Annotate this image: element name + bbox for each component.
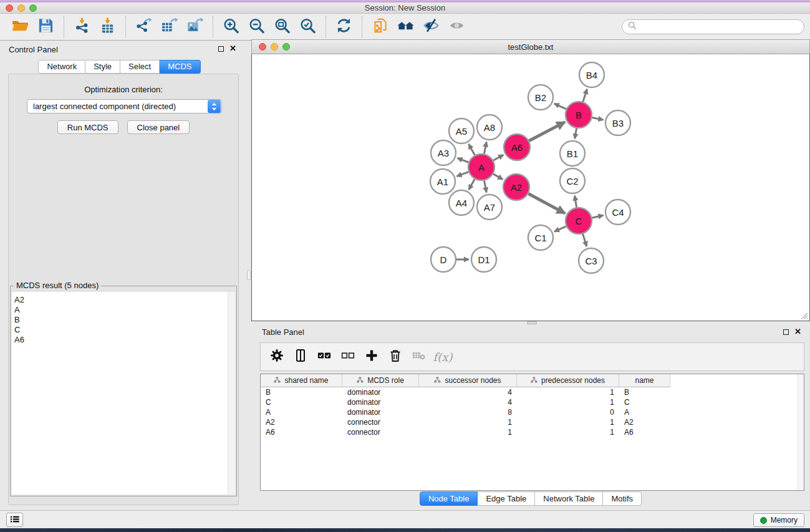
graph-node-C4[interactable]: C4	[605, 200, 630, 225]
optimization-criterion-select[interactable]: largest connected component (directed)	[27, 99, 222, 114]
graph-node-A6[interactable]: A6	[504, 134, 530, 160]
select-all-button[interactable]	[312, 345, 336, 369]
graph-node-C1[interactable]: C1	[528, 225, 553, 250]
zoom-window-button[interactable]	[29, 4, 37, 12]
graph-node-D[interactable]: D	[431, 247, 456, 272]
graph-node-C[interactable]: C	[566, 208, 592, 234]
export-network-button[interactable]	[131, 16, 157, 38]
network-close-button[interactable]	[259, 43, 266, 51]
network-window-titlebar[interactable]: testGlobe.txt	[251, 39, 810, 54]
search-input[interactable]	[640, 22, 798, 32]
mcds-list-scrollbar[interactable]	[228, 292, 235, 495]
graph-edge-A2-C[interactable]	[528, 193, 565, 213]
tab-style[interactable]: Style	[85, 60, 120, 74]
home-button[interactable]	[393, 16, 418, 38]
table-row[interactable]: Cdominator41C	[261, 397, 804, 407]
graph-edge-A-A1[interactable]	[457, 172, 469, 177]
unselect-all-button[interactable]	[336, 345, 360, 369]
graph-edge-A-A4[interactable]	[469, 179, 475, 190]
close-window-button[interactable]	[6, 4, 13, 12]
graph-edge-A6-B[interactable]	[529, 122, 564, 141]
export-table-button[interactable]	[157, 16, 182, 38]
run-mcds-button[interactable]: Run MCDS	[57, 120, 118, 134]
zoom-out-button[interactable]	[244, 16, 269, 38]
zoom-fit-button[interactable]	[269, 16, 295, 38]
graph-node-B[interactable]: B	[566, 102, 592, 128]
delete-row-button[interactable]	[383, 345, 407, 369]
network-zoom-button[interactable]	[282, 43, 290, 51]
memory-button[interactable]: Memory	[753, 513, 804, 527]
resize-grip-icon[interactable]	[801, 312, 808, 319]
open-recent-button[interactable]	[367, 16, 393, 38]
show-panels-button[interactable]	[6, 513, 23, 527]
tab-network[interactable]: Network	[38, 60, 85, 74]
graph-edge-A-A7[interactable]	[484, 181, 486, 193]
show-eye-button[interactable]	[444, 16, 470, 38]
export-image-button[interactable]	[182, 16, 208, 38]
open-folder-button[interactable]	[7, 16, 33, 38]
graph-node-A[interactable]: A	[468, 154, 494, 180]
zoom-selected-button[interactable]	[295, 16, 321, 38]
graph-edge-A-A2[interactable]	[493, 174, 503, 180]
import-table-button[interactable]	[95, 16, 120, 38]
table-row[interactable]: Adominator80A	[261, 407, 804, 417]
graph-node-B4[interactable]: B4	[579, 62, 604, 87]
graph-edge-C-C1[interactable]	[554, 226, 566, 231]
graph-edge-A-A8[interactable]	[484, 142, 486, 154]
graph-node-C3[interactable]: C3	[579, 248, 604, 273]
tab-motifs[interactable]: Motifs	[603, 491, 642, 506]
network-minimize-button[interactable]	[271, 43, 278, 51]
show-columns-button[interactable]	[289, 345, 312, 369]
column-header-shared-name[interactable]: shared name	[261, 374, 342, 387]
tab-network-table[interactable]: Network Table	[535, 491, 603, 506]
graph-node-B2[interactable]: B2	[528, 85, 553, 110]
graph-node-A2[interactable]: A2	[503, 174, 529, 200]
close-panel-icon[interactable]: ✕	[794, 329, 801, 335]
graph-edge-A-A5[interactable]	[469, 144, 475, 155]
graph-edge-C-C4[interactable]	[592, 215, 603, 218]
graph-node-D1[interactable]: D1	[471, 247, 496, 272]
graph-node-B1[interactable]: B1	[560, 141, 585, 166]
graph-edge-B-B2[interactable]	[554, 104, 566, 109]
table-scrollbar[interactable]	[798, 374, 804, 490]
graph-node-A4[interactable]: A4	[449, 190, 474, 215]
table-row[interactable]: Bdominator41B	[261, 387, 804, 397]
close-panel-button[interactable]: Close panel	[127, 120, 190, 134]
tab-node-table[interactable]: Node Table	[420, 491, 478, 506]
refresh-button[interactable]	[331, 16, 357, 38]
graph-node-A7[interactable]: A7	[477, 195, 502, 220]
graph-node-A1[interactable]: A1	[430, 169, 455, 194]
graph-node-A3[interactable]: A3	[431, 140, 456, 165]
tab-select[interactable]: Select	[120, 60, 160, 74]
mcds-result-item[interactable]: B	[12, 315, 235, 325]
splitter-handle[interactable]	[247, 270, 251, 280]
close-panel-icon[interactable]: ✕	[229, 46, 236, 52]
mcds-result-item[interactable]: C	[12, 325, 235, 335]
graph-edge-B-B1[interactable]	[575, 128, 577, 139]
tab-edge-table[interactable]: Edge Table	[478, 491, 535, 506]
zoom-in-button[interactable]	[218, 16, 244, 38]
column-header-predecessor-nodes[interactable]: predecessor nodes	[517, 374, 619, 387]
tab-mcds[interactable]: MCDS	[160, 60, 200, 74]
graph-edge-A-A6[interactable]	[493, 155, 503, 160]
graph-edge-C-C3[interactable]	[583, 234, 587, 246]
graph-node-A5[interactable]: A5	[449, 118, 474, 143]
graph-node-A8[interactable]: A8	[477, 115, 502, 140]
graph-node-B3[interactable]: B3	[605, 110, 630, 135]
mcds-result-item[interactable]: A2	[12, 295, 235, 305]
mcds-result-item[interactable]: A6	[12, 335, 235, 345]
column-header-name[interactable]: name	[619, 374, 670, 387]
hide-selected-button[interactable]	[418, 16, 444, 38]
table-row[interactable]: A2connector11A2	[261, 417, 804, 427]
float-panel-icon[interactable]	[783, 329, 789, 335]
minimize-window-button[interactable]	[17, 4, 25, 12]
float-panel-icon[interactable]	[218, 46, 224, 52]
mcds-result-item[interactable]: A	[12, 305, 235, 315]
table-row[interactable]: A6connector11A6	[261, 427, 804, 437]
graph-node-C2[interactable]: C2	[560, 168, 585, 193]
graph-edge-C-C2[interactable]	[575, 196, 577, 208]
graph-edge-A-A3[interactable]	[457, 158, 468, 162]
network-canvas[interactable]: AA1A2A3A4A5A6A7A8BB1B2B3B4CC1C2C3C4DD1	[251, 54, 810, 321]
save-button[interactable]	[33, 16, 59, 38]
graph-edge-B-B3[interactable]	[592, 117, 604, 120]
